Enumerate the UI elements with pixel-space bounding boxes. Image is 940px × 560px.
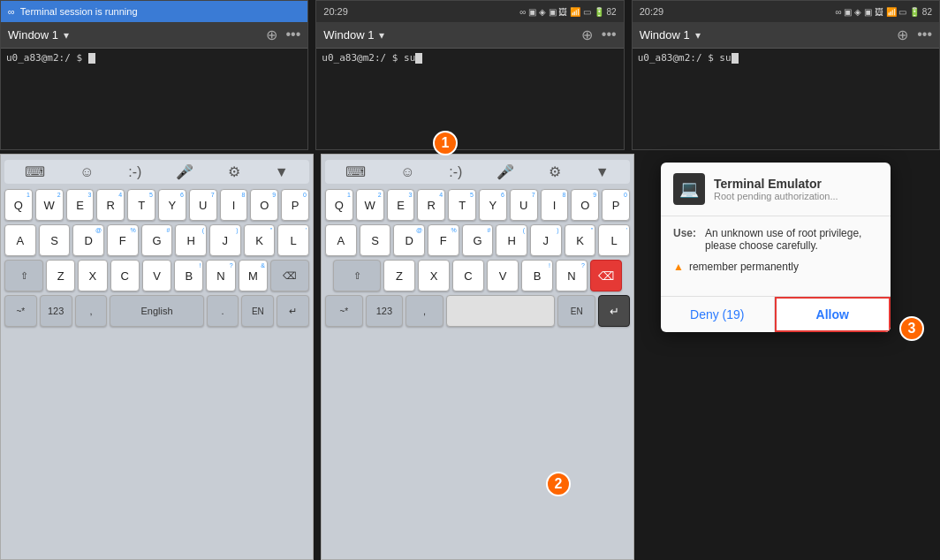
key-s[interactable]: S (39, 224, 71, 256)
key2-backspace[interactable]: ⌫ (590, 260, 622, 291)
key-x[interactable]: X (78, 260, 107, 291)
dropdown-icon-2[interactable]: ▾ (379, 29, 384, 42)
status-bar-3: 20:29 ∞ ▣ ◈ ▣ 🖼 📶 ▭ 🔋 82 (633, 1, 939, 22)
more-icon-3[interactable]: ••• (917, 26, 932, 43)
chevron-down-icon-2[interactable]: ▼ (595, 164, 610, 180)
key2-p[interactable]: P0 (602, 189, 630, 221)
key-l[interactable]: L' (277, 224, 309, 256)
key-123-1[interactable]: 123 (40, 295, 72, 327)
deny-button[interactable]: Deny (19) (661, 297, 775, 332)
time-3: 20:29 (640, 6, 664, 17)
key2-tilde[interactable]: ~* (325, 295, 363, 327)
terminal-content-1: u0_a83@m2:/ $ (1, 49, 307, 149)
key-en-1[interactable]: EN (241, 295, 274, 327)
key2-v[interactable]: V (487, 260, 519, 291)
key-g[interactable]: G# (141, 224, 173, 256)
key2-s[interactable]: S (360, 224, 391, 256)
key2-o[interactable]: O9 (571, 189, 599, 221)
key-z[interactable]: Z (46, 260, 75, 291)
key2-u[interactable]: U7 (510, 189, 538, 221)
kb-row-1-1: Q1 W2 E3 R4 T5 Y6 U7 I8 O9 P0 (4, 189, 309, 221)
emoji-icon-2[interactable]: ☺ (400, 164, 414, 180)
dropdown-icon-1[interactable]: ▾ (64, 29, 69, 42)
chevron-down-icon-1[interactable]: ▼ (275, 164, 289, 180)
key2-c[interactable]: C (452, 260, 484, 291)
key-t[interactable]: T5 (127, 189, 155, 221)
key-o[interactable]: O9 (250, 189, 278, 221)
key-b[interactable]: B! (174, 260, 203, 291)
key-r[interactable]: R4 (96, 189, 125, 221)
mic-icon-2[interactable]: 🎤 (497, 163, 514, 180)
key2-comma[interactable]: , (406, 295, 443, 327)
key2-space[interactable] (446, 295, 556, 327)
emoji-icon-1[interactable]: ☺ (80, 164, 94, 180)
key2-z[interactable]: Z (383, 260, 415, 291)
key-p[interactable]: P0 (281, 189, 309, 221)
more-icon-1[interactable]: ••• (286, 26, 301, 43)
add-icon-1[interactable]: ⊕ (266, 26, 277, 43)
mic-icon-1[interactable]: 🎤 (176, 163, 193, 180)
allow-button[interactable]: Allow (775, 297, 891, 332)
add-icon-2[interactable]: ⊕ (581, 26, 593, 43)
key2-a[interactable]: A (325, 224, 357, 256)
key-u[interactable]: U7 (189, 189, 217, 221)
key-period-1[interactable]: . (207, 295, 239, 327)
key-c[interactable]: C (110, 260, 140, 291)
key2-g[interactable]: G# (462, 224, 494, 256)
dialog-remember-row[interactable]: ▲ remember permanently (673, 261, 878, 273)
key-english-1[interactable]: English (110, 295, 203, 327)
key2-w[interactable]: W2 (356, 189, 384, 221)
key2-d[interactable]: D@ (393, 224, 425, 256)
window-title-2: Window 1 (323, 28, 374, 42)
key2-enter[interactable]: ↵ (598, 295, 630, 327)
key2-t[interactable]: T5 (448, 189, 476, 221)
key-y[interactable]: Y6 (158, 189, 186, 221)
more-icon-2[interactable]: ••• (602, 26, 617, 43)
key-v[interactable]: V (142, 260, 171, 291)
window-title-3: Window 1 (640, 28, 690, 42)
keyboard-top-bar-1: ⌨ ☺ :-) 🎤 ⚙ ▼ (4, 160, 309, 184)
key2-l[interactable]: L' (598, 224, 630, 256)
key2-j[interactable]: J) (530, 224, 562, 256)
key2-y[interactable]: Y6 (479, 189, 507, 221)
key2-en[interactable]: EN (557, 295, 595, 327)
dialog-use-row: Use: An unknown use of root privilege, p… (673, 227, 878, 252)
keyboard-top-bar-2: ⌨ ☺ :-) 🎤 ⚙ ▼ (325, 160, 630, 184)
key-a[interactable]: A (4, 224, 36, 256)
key-enter-1[interactable]: ↵ (277, 295, 309, 327)
settings-icon-1[interactable]: ⚙ (228, 163, 240, 180)
key2-i[interactable]: I8 (541, 189, 569, 221)
emoticon-icon-2: :-) (449, 164, 462, 180)
key-f[interactable]: F% (107, 224, 139, 256)
key-comma-1[interactable]: , (75, 295, 108, 327)
key-shift-1[interactable]: ⇧ (4, 260, 43, 291)
key2-e[interactable]: E3 (387, 189, 415, 221)
key-k[interactable]: K" (244, 224, 276, 256)
key-e[interactable]: E3 (66, 189, 95, 221)
key2-shift[interactable]: ⇧ (333, 260, 381, 291)
dialog-body: Use: An unknown use of root privilege, p… (661, 216, 891, 296)
key-w[interactable]: W2 (35, 189, 64, 221)
key2-n[interactable]: N? (556, 260, 588, 291)
key2-k[interactable]: K" (565, 224, 596, 256)
key2-q[interactable]: Q1 (325, 189, 353, 221)
key-q[interactable]: Q1 (4, 189, 33, 221)
key2-f[interactable]: F% (428, 224, 459, 256)
key-backspace-1[interactable]: ⌫ (270, 260, 309, 291)
add-icon-3[interactable]: ⊕ (897, 26, 908, 43)
key-m[interactable]: M& (239, 260, 268, 291)
key-h[interactable]: H( (175, 224, 207, 256)
key-n[interactable]: N? (206, 260, 235, 291)
key-d[interactable]: D@ (72, 224, 104, 256)
terminal-line-2: u0_a83@m2:/ $ su (322, 52, 415, 64)
key2-x[interactable]: X (418, 260, 450, 291)
dropdown-icon-3[interactable]: ▾ (695, 29, 701, 42)
settings-icon-2[interactable]: ⚙ (549, 163, 561, 180)
key2-h[interactable]: H( (496, 224, 527, 256)
key2-123[interactable]: 123 (366, 295, 404, 327)
key2-b[interactable]: B! (521, 260, 553, 291)
key-tilde-1[interactable]: ~* (4, 295, 37, 327)
key-i[interactable]: I8 (220, 189, 248, 221)
key2-r[interactable]: R4 (417, 189, 445, 221)
key-j[interactable]: J) (209, 224, 241, 256)
